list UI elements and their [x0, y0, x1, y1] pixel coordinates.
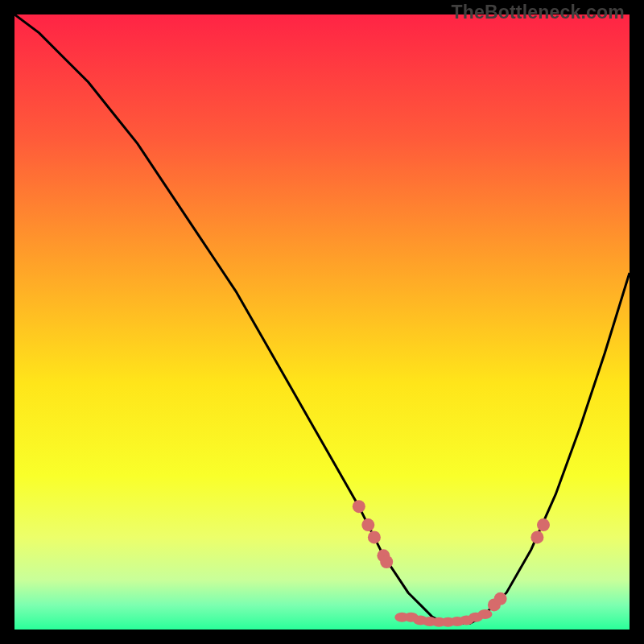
curve-layer	[14, 14, 630, 630]
marker-dot	[478, 609, 493, 619]
markers-left-branch	[353, 500, 393, 568]
markers-right-branch	[488, 518, 550, 611]
watermark-text: TheBottleneck.com	[451, 2, 625, 23]
marker-dot	[361, 518, 374, 531]
marker-dot	[494, 592, 507, 605]
marker-dot	[530, 530, 543, 543]
marker-dot	[380, 555, 393, 568]
markers-valley	[394, 609, 492, 627]
plot-area	[14, 14, 630, 630]
marker-dot	[537, 518, 550, 531]
marker-dot	[368, 530, 381, 543]
marker-dot	[353, 500, 365, 513]
